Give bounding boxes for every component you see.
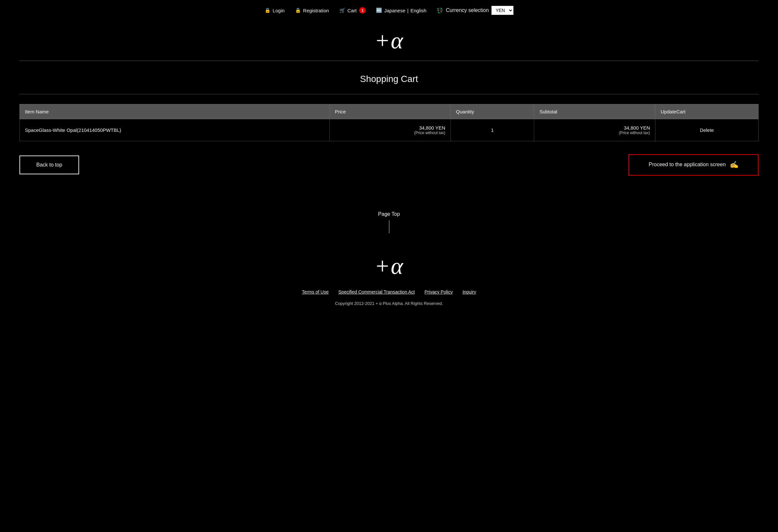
- footer-logo: +α: [0, 253, 778, 280]
- proceed-label: Proceed to the application screen: [649, 162, 725, 167]
- footer-link-terms[interactable]: Terms of Use: [302, 289, 328, 294]
- currency-label: Currency selection: [446, 7, 489, 13]
- language-switcher: 🔤 Japanese | English: [376, 7, 426, 13]
- col-update-cart: UpdateCart: [655, 104, 759, 119]
- main-content: Shopping Cart Item Name Price Quantity S…: [0, 64, 778, 205]
- lang-divider: |: [407, 8, 408, 13]
- registration-label: Registration: [303, 8, 329, 13]
- registration-nav[interactable]: 🔒 Registration: [295, 7, 329, 13]
- col-item-name: Item Name: [20, 104, 330, 119]
- page-top-section[interactable]: Page Top: [0, 205, 778, 246]
- quantity-value: 1: [491, 127, 494, 133]
- lock-icon-reg: 🔒: [295, 7, 301, 13]
- delete-button[interactable]: Delete: [660, 127, 753, 133]
- cart-table-body: SpaceGlass-White Opal(210414050PWTBL) 34…: [20, 119, 759, 141]
- price-cell: 34,800 YEN (Price without tax): [329, 119, 451, 141]
- lock-icon: 🔒: [264, 7, 271, 13]
- col-subtotal: Subtotal: [534, 104, 655, 119]
- cart-badge: 1: [359, 7, 366, 14]
- site-logo: +α: [0, 27, 778, 54]
- subtotal-cell: 34,800 YEN (Price without tax): [534, 119, 655, 141]
- page-title: Shopping Cart: [19, 74, 759, 84]
- action-buttons-row: Back to top Proceed to the application s…: [19, 154, 759, 176]
- table-row: SpaceGlass-White Opal(210414050PWTBL) 34…: [20, 119, 759, 141]
- title-divider: [19, 94, 759, 94]
- site-logo-area: +α: [0, 21, 778, 57]
- lang-japanese[interactable]: Japanese: [384, 8, 405, 13]
- footer-links: Terms of Use Specified Commercial Transa…: [0, 289, 778, 294]
- currency-select[interactable]: YEN USD EUR: [491, 6, 514, 15]
- page-top-label: Page Top: [0, 211, 778, 217]
- table-header-row: Item Name Price Quantity Subtotal Update…: [20, 104, 759, 119]
- footer-link-inquiry[interactable]: Inquiry: [463, 289, 476, 294]
- currency-icon: 💱: [437, 7, 443, 14]
- back-to-top-button[interactable]: Back to top: [19, 156, 79, 174]
- footer-logo-area: +α: [0, 246, 778, 289]
- copyright-text: Copyright 2012-2021 + α Plus Alpha. All …: [0, 301, 778, 319]
- subtotal-note: (Price without tax): [539, 130, 650, 135]
- cart-icon: 🛒: [339, 7, 345, 13]
- currency-container: 💱 Currency selection YEN USD EUR: [437, 6, 514, 15]
- col-price: Price: [329, 104, 451, 119]
- col-quantity: Quantity: [451, 104, 534, 119]
- login-label: Login: [273, 8, 285, 13]
- subtotal-value: 34,800 YEN: [539, 125, 650, 130]
- footer-link-commercial[interactable]: Specified Commercial Transaction Act: [338, 289, 415, 294]
- price-value: 34,800 YEN: [335, 125, 445, 130]
- footer-link-privacy[interactable]: Privacy Policy: [425, 289, 453, 294]
- login-nav[interactable]: 🔒 Login: [264, 7, 285, 13]
- cart-label: Cart: [347, 8, 357, 13]
- proceed-button[interactable]: Proceed to the application screen ✍: [629, 154, 759, 176]
- item-name-cell: SpaceGlass-White Opal(210414050PWTBL): [20, 119, 330, 141]
- page-top-line: [389, 220, 389, 233]
- cart-nav[interactable]: 🛒 Cart 1: [339, 7, 366, 14]
- cursor-hand-icon: ✍: [730, 161, 738, 169]
- item-name: SpaceGlass-White Opal(210414050PWTBL): [25, 127, 121, 133]
- header-divider: [19, 61, 759, 61]
- lang-english[interactable]: English: [410, 8, 426, 13]
- cart-table: Item Name Price Quantity Subtotal Update…: [19, 104, 759, 141]
- translate-icon: 🔤: [376, 7, 382, 13]
- price-note: (Price without tax): [335, 130, 445, 135]
- cart-table-header: Item Name Price Quantity Subtotal Update…: [20, 104, 759, 119]
- quantity-cell: 1: [451, 119, 534, 141]
- action-cell: Delete: [655, 119, 759, 141]
- site-header: 🔒 Login 🔒 Registration 🛒 Cart 1 🔤 Japane…: [0, 0, 778, 21]
